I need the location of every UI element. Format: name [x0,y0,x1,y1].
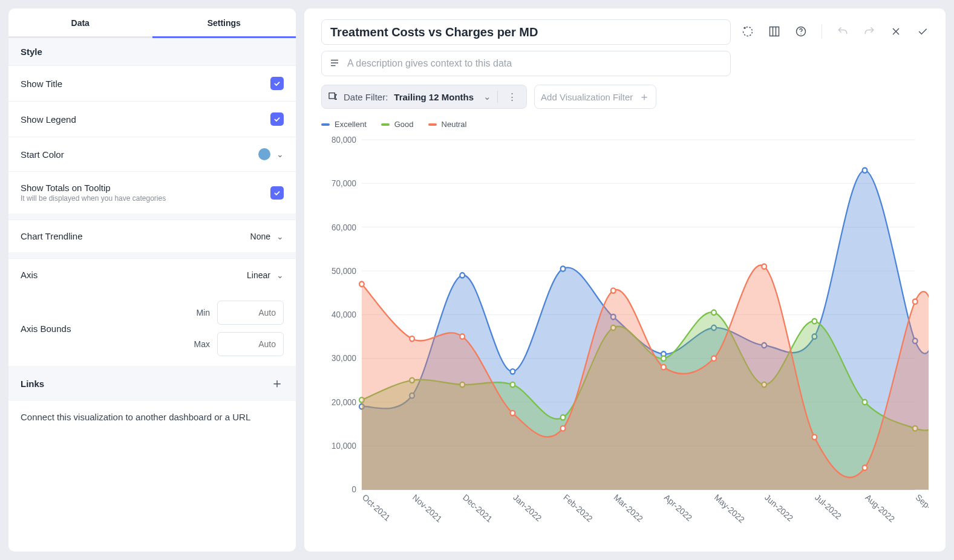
svg-point-70 [511,411,515,415]
tab-settings[interactable]: Settings [152,8,296,38]
svg-text:Oct-2021: Oct-2021 [361,492,392,523]
svg-point-75 [762,264,766,269]
axis-select[interactable]: Linear ⌄ [247,270,284,280]
svg-text:80,000: 80,000 [332,134,356,145]
row-show-title: Show Title [8,65,296,101]
filter-more-icon[interactable]: ⋮ [504,91,520,102]
svg-text:0: 0 [352,484,357,495]
svg-text:Dec-2021: Dec-2021 [461,492,494,524]
input-axis-min[interactable] [217,301,284,325]
svg-point-65 [863,400,867,405]
svg-rect-11 [329,93,335,98]
legend-neutral: Neutral [428,120,467,129]
svg-text:10,000: 10,000 [332,441,356,451]
label-min: Min [186,308,210,317]
chevron-down-icon: ⌄ [276,149,284,159]
add-filter-button[interactable]: Add Visualization Filter ＋ [534,85,656,109]
svg-text:40,000: 40,000 [332,310,356,320]
start-color-picker[interactable]: ⌄ [258,148,284,160]
svg-point-45 [460,273,465,278]
svg-text:50,000: 50,000 [332,265,356,276]
description-row [321,51,731,76]
chevron-down-icon: ⌄ [276,270,284,280]
svg-point-61 [661,356,666,360]
chart-area: 010,00020,00030,00040,00050,00060,00070,… [321,132,929,541]
legend-good: Good [381,120,414,129]
svg-point-3 [743,27,745,29]
sidebar-tabs: Data Settings [8,8,296,38]
svg-text:70,000: 70,000 [332,178,356,189]
axis-value: Linear [247,270,270,280]
svg-point-58 [511,382,515,387]
svg-text:20,000: 20,000 [332,397,356,407]
svg-point-74 [711,356,716,360]
label-show-totals: Show Totals on Tooltip [21,183,166,193]
svg-point-8 [800,34,801,34]
section-style: Style [8,38,296,65]
svg-text:Sep-2022: Sep-2022 [914,492,929,524]
label-show-title: Show Title [21,79,62,89]
svg-point-62 [711,310,716,315]
row-start-color: Start Color ⌄ [8,137,296,171]
grid-icon[interactable] [768,25,780,37]
chart-legend: Excellent Good Neutral [321,120,929,129]
help-icon[interactable] [795,25,807,37]
svg-text:Jun-2022: Jun-2022 [763,492,795,524]
plus-icon: ＋ [639,90,650,104]
undo-icon[interactable] [837,25,849,37]
date-filter-value: Trailing 12 Months [394,92,474,102]
checkbox-show-legend[interactable] [270,112,284,126]
chevron-down-icon: ⌄ [483,91,491,102]
svg-text:Jul-2022: Jul-2022 [814,492,843,522]
date-filter-label: Date Filter: [344,92,388,102]
color-swatch-icon [258,148,270,160]
settings-sidebar: Data Settings Style Show Title Show Lege… [8,8,296,552]
label-axis: Axis [21,270,38,280]
label-max: Max [186,339,210,349]
svg-point-46 [511,369,515,374]
svg-point-77 [863,465,867,470]
legend-excellent: Excellent [321,120,367,129]
svg-point-47 [561,266,566,271]
tab-data[interactable]: Data [8,8,152,38]
svg-rect-4 [770,27,779,36]
description-icon [329,57,340,70]
row-chart-trendline: Chart Trendline None ⌄ [8,220,296,252]
filter-icon [328,91,338,103]
label-axis-bounds: Axis Bounds [21,324,178,334]
trendline-value: None [250,232,270,241]
toolbar [742,19,929,39]
add-filter-label: Add Visualization Filter [541,92,633,102]
svg-point-76 [812,435,817,440]
sub-show-totals: It will be displayed when you have categ… [21,194,166,203]
svg-point-73 [661,365,666,370]
add-link-button[interactable]: ＋ [270,374,284,392]
svg-point-78 [913,299,918,304]
refresh-icon[interactable] [742,25,754,37]
svg-point-64 [812,319,817,324]
row-axis: Axis Linear ⌄ [8,258,296,291]
svg-text:May-2022: May-2022 [713,492,747,525]
svg-text:30,000: 30,000 [332,353,356,363]
svg-text:60,000: 60,000 [332,222,356,232]
svg-text:Mar-2022: Mar-2022 [612,492,645,524]
svg-text:Jan-2022: Jan-2022 [512,492,544,524]
links-note: Connect this visualization to another da… [8,401,296,433]
input-axis-max[interactable] [217,332,284,356]
svg-point-71 [561,426,566,431]
label-trendline: Chart Trendline [21,231,83,241]
svg-text:Feb-2022: Feb-2022 [562,492,595,524]
checkbox-show-totals[interactable] [270,186,284,200]
svg-point-53 [863,168,867,172]
redo-icon[interactable] [863,25,875,37]
chart-title-input[interactable] [321,19,731,45]
checkbox-show-title[interactable] [270,77,284,90]
svg-point-72 [611,288,616,293]
description-input[interactable] [347,58,723,69]
date-filter-pill[interactable]: Date Filter: Trailing 12 Months ⌄ ⋮ [321,85,527,109]
close-icon[interactable] [890,25,902,37]
svg-text:Aug-2022: Aug-2022 [864,492,897,524]
trendline-select[interactable]: None ⌄ [250,232,284,241]
confirm-icon[interactable] [916,25,929,37]
svg-point-69 [460,334,465,339]
